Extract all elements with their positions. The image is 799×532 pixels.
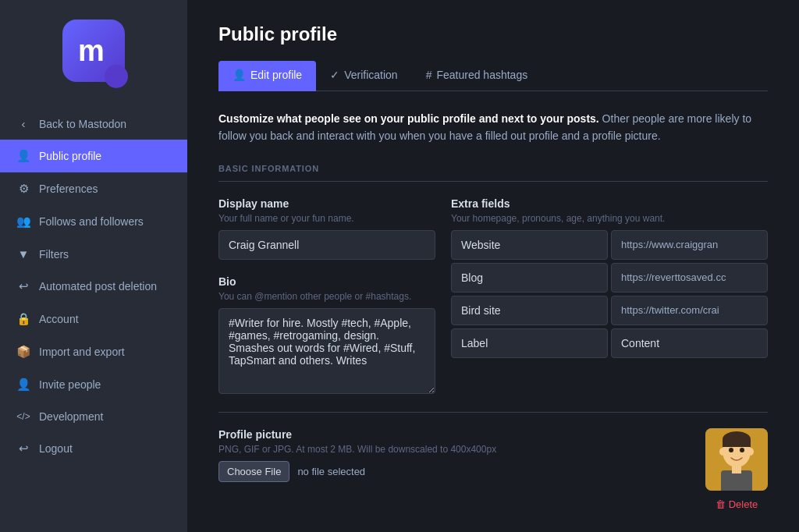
no-file-text: no file selected (297, 466, 365, 477)
form-right-panel: Extra fields Your homepage, pronouns, ag… (451, 197, 768, 396)
extra-field-key-0[interactable] (451, 230, 608, 260)
back-label: Back to Mastodon (39, 118, 126, 130)
avatar-image (705, 428, 768, 491)
tab-edit-profile[interactable]: 👤 Edit profile (218, 61, 316, 91)
divider (218, 412, 768, 413)
extra-field-key-2[interactable] (451, 296, 608, 325)
sidebar-navigation: ‹ Back to Mastodon 👤 Public profile ⚙ Pr… (0, 101, 187, 532)
bio-hint: You can @mention other people or #hashta… (218, 291, 435, 302)
extra-fields-label: Extra fields (451, 197, 768, 210)
extra-field-key-1[interactable] (451, 263, 608, 293)
tab-label: Verification (344, 69, 397, 81)
basic-info-row: Display name Your full name or your fun … (218, 197, 768, 396)
back-to-mastodon[interactable]: ‹ Back to Mastodon (0, 108, 187, 140)
extra-field-val-1: https://reverttosaved.cc (611, 263, 768, 293)
gear-icon: ⚙ (16, 182, 31, 196)
sidebar-item-filters[interactable]: ▼ Filters (0, 238, 187, 270)
invite-icon: 👤 (16, 378, 31, 392)
sidebar: m ‹ Back to Mastodon 👤 Public profile ⚙ … (0, 0, 187, 532)
filter-icon: ▼ (16, 247, 31, 261)
bio-group: Bio You can @mention other people or #ha… (218, 275, 435, 396)
lock-icon: 🔒 (16, 312, 31, 326)
profile-picture-label: Profile picture (218, 428, 682, 441)
sidebar-item-logout[interactable]: ↩ Logout (0, 432, 187, 465)
delete-button[interactable]: 🗑 Delete (716, 498, 758, 510)
sidebar-item-account[interactable]: 🔒 Account (0, 303, 187, 335)
extra-fields-grid: https://www.craiggran https://reverttosa… (451, 230, 768, 358)
sidebar-item-label: Logout (39, 442, 73, 455)
profile-picture-left: Profile picture PNG, GIF or JPG. At most… (218, 428, 682, 482)
sidebar-item-follows-followers[interactable]: 👥 Follows and followers (0, 205, 187, 238)
sidebar-item-label: Filters (39, 248, 69, 261)
tab-bar: 👤 Edit profile ✓ Verification # Featured… (218, 61, 768, 91)
group-icon: 👥 (16, 215, 31, 229)
sidebar-item-label: Public profile (39, 150, 101, 162)
choose-file-button[interactable]: Choose File (218, 461, 289, 482)
description-bold: Customize what people see on your public… (218, 112, 599, 125)
delete-label: Delete (729, 498, 758, 510)
sidebar-item-label: Development (39, 410, 104, 423)
description: Customize what people see on your public… (218, 110, 768, 145)
profile-picture-right: 🗑 Delete (705, 428, 768, 510)
svg-point-5 (719, 448, 726, 456)
sidebar-item-label: Follows and followers (39, 215, 144, 228)
trash-icon: 🗑 (716, 498, 726, 510)
page-title: Public profile (218, 23, 768, 45)
main-content: Public profile 👤 Edit profile ✓ Verifica… (187, 0, 799, 532)
sidebar-item-label: Import and export (39, 346, 125, 358)
sidebar-item-label: Account (39, 313, 79, 325)
dev-icon: </> (16, 411, 31, 422)
tab-label: Featured hashtags (436, 69, 527, 81)
bio-label: Bio (218, 275, 435, 288)
sidebar-item-automated-post-deletion[interactable]: ↩ Automated post deletion (0, 270, 187, 303)
sidebar-item-invite-people[interactable]: 👤 Invite people (0, 368, 187, 401)
svg-point-7 (729, 448, 733, 452)
svg-point-6 (748, 448, 754, 456)
import-icon: 📦 (16, 345, 31, 359)
tab-label: Edit profile (250, 69, 302, 81)
section-header-basic-info: BASIC INFORMATION (218, 164, 768, 182)
edit-profile-icon: 👤 (233, 69, 246, 81)
back-chevron-icon: ‹ (16, 117, 31, 130)
refresh-icon: ↩ (16, 279, 31, 293)
sidebar-item-label: Preferences (39, 183, 98, 195)
profile-picture-hint: PNG, GIF or JPG. At most 2 MB. Will be d… (218, 444, 682, 455)
sidebar-item-import-export[interactable]: 📦 Import and export (0, 335, 187, 368)
sidebar-item-preferences[interactable]: ⚙ Preferences (0, 172, 187, 205)
display-name-label: Display name (218, 197, 435, 210)
sidebar-item-development[interactable]: </> Development (0, 401, 187, 432)
profile-picture-section: Profile picture PNG, GIF or JPG. At most… (218, 428, 768, 510)
extra-field-key-3[interactable] (451, 328, 608, 358)
tab-verification[interactable]: ✓ Verification (316, 61, 411, 91)
sidebar-item-public-profile[interactable]: 👤 Public profile (0, 140, 187, 172)
file-input-row: Choose File no file selected (218, 461, 682, 482)
logout-icon: ↩ (16, 442, 31, 456)
bio-textarea[interactable]: #Writer for hire. Mostly #tech, #Apple, … (218, 308, 435, 394)
logo-container: m (0, 0, 187, 101)
check-icon: ✓ (330, 69, 339, 81)
avatar-preview (705, 428, 768, 491)
extra-field-val-3-input[interactable] (611, 328, 768, 358)
svg-point-8 (740, 448, 744, 452)
mastodon-logo: m (62, 20, 125, 82)
display-name-group: Display name Your full name or your fun … (218, 197, 435, 260)
sidebar-item-label: Automated post deletion (39, 280, 157, 293)
extra-field-val-0: https://www.craiggran (611, 230, 768, 260)
display-name-hint: Your full name or your fun name. (218, 213, 435, 224)
display-name-input[interactable] (218, 230, 435, 260)
svg-rect-4 (723, 439, 751, 447)
extra-fields-hint: Your homepage, pronouns, age, anything y… (451, 213, 768, 224)
svg-rect-10 (732, 466, 741, 473)
tab-featured-hashtags[interactable]: # Featured hashtags (412, 61, 542, 91)
person-icon: 👤 (16, 149, 31, 163)
sidebar-item-label: Invite people (39, 378, 101, 391)
svg-text:m: m (78, 34, 105, 67)
extra-field-val-2: https://twitter.com/crai (611, 296, 768, 325)
hash-icon: # (426, 69, 432, 81)
form-left-panel: Display name Your full name or your fun … (218, 197, 435, 396)
